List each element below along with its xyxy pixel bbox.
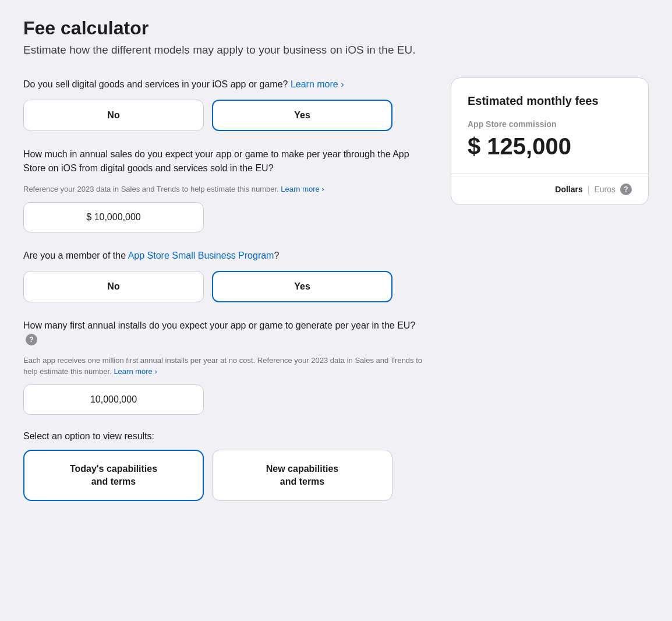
q2-input-wrap — [23, 202, 204, 232]
q4-help-icon[interactable]: ? — [26, 334, 37, 345]
q4-input[interactable] — [23, 384, 204, 415]
question-3-label: Are you a member of the App Store Small … — [23, 249, 427, 263]
new-capabilities-button[interactable]: New capabilitiesand terms — [212, 450, 392, 502]
q3-yes-button[interactable]: Yes — [212, 271, 392, 302]
fees-card-title: Estimated monthly fees — [468, 94, 632, 108]
question-1-block: Do you sell digital goods and services i… — [23, 77, 427, 131]
results-button-group: Today's capabilitiesand terms New capabi… — [23, 450, 427, 502]
main-layout: Do you sell digital goods and services i… — [23, 77, 649, 517]
q3-program-link[interactable]: App Store Small Business Program — [128, 250, 274, 260]
select-option-block: Select an option to view results: Today'… — [23, 431, 427, 502]
q2-input[interactable] — [23, 202, 204, 232]
question-4-block: How many first annual installs do you ex… — [23, 319, 427, 415]
right-panel: Estimated monthly fees App Store commiss… — [451, 77, 649, 205]
question-3-block: Are you a member of the App Store Small … — [23, 249, 427, 302]
currency-help-icon[interactable]: ? — [620, 184, 632, 195]
q2-learn-more-link[interactable]: Learn more › — [281, 185, 324, 193]
left-panel: Do you sell digital goods and services i… — [23, 77, 427, 517]
question-2-block: How much in annual sales do you expect y… — [23, 147, 427, 232]
fees-card-top: Estimated monthly fees App Store commiss… — [451, 78, 648, 174]
question-1-label: Do you sell digital goods and services i… — [23, 77, 427, 91]
page-title: Fee calculator — [23, 17, 649, 39]
fees-amount: $ 125,000 — [468, 133, 632, 160]
question-2-sub-label: Reference your 2023 data in Sales and Tr… — [23, 184, 427, 195]
q4-input-wrap — [23, 384, 204, 415]
q4-learn-more-link[interactable]: Learn more › — [114, 367, 157, 376]
question-4-sub-label: Each app receives one million first annu… — [23, 355, 427, 377]
q1-no-button[interactable]: No — [23, 100, 204, 131]
question-2-label: How much in annual sales do you expect y… — [23, 147, 427, 175]
fees-card: Estimated monthly fees App Store commiss… — [451, 77, 649, 205]
fees-commission-label: App Store commission — [468, 119, 632, 129]
q1-button-group: No Yes — [23, 100, 427, 131]
q3-no-button[interactable]: No — [23, 271, 204, 302]
q1-learn-more-link[interactable]: Learn more › — [291, 79, 344, 89]
select-option-label: Select an option to view results: — [23, 431, 427, 442]
page-subtitle: Estimate how the different models may ap… — [23, 44, 649, 57]
dollars-currency-option[interactable]: Dollars — [555, 185, 582, 194]
q1-yes-button[interactable]: Yes — [212, 100, 392, 131]
euros-currency-option[interactable]: Euros — [594, 185, 616, 194]
fees-card-bottom: Dollars | Euros ? — [451, 174, 648, 204]
currency-divider: | — [588, 185, 590, 194]
question-4-label: How many first annual installs do you ex… — [23, 319, 427, 347]
today-capabilities-button[interactable]: Today's capabilitiesand terms — [23, 450, 204, 502]
q3-button-group: No Yes — [23, 271, 427, 302]
